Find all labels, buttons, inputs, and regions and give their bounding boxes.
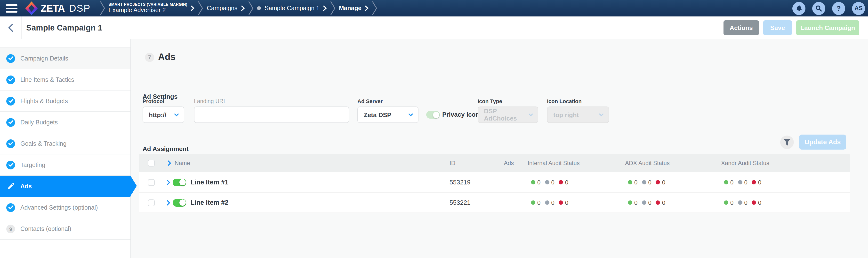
status-dot-pending (545, 200, 549, 205)
funnel-icon (784, 139, 790, 146)
breadcrumb-manage-label: Manage (339, 5, 362, 12)
chevron-right-icon (323, 5, 327, 11)
breadcrumb-manage[interactable]: Manage (339, 5, 369, 12)
campaign-steps-sidebar: Campaign Details Line Items & Tactics Fl… (0, 39, 131, 258)
status-dot-approved (531, 200, 535, 205)
chevron-right-icon (241, 5, 245, 11)
sidebar-item-contacts[interactable]: 9 Contacts (optional) (0, 218, 130, 239)
protocol-label: Protocol (143, 98, 164, 104)
protocol-select[interactable]: http:// (143, 107, 184, 123)
sidebar-item-label: Campaign Details (20, 55, 68, 62)
row-checkbox[interactable] (148, 179, 155, 186)
sidebar-item-label: Flights & Budgets (20, 98, 68, 104)
sidebar-item-label: Advanced Settings (optional) (20, 204, 98, 211)
breadcrumb-separator-icon (372, 1, 377, 15)
column-header-internal-audit[interactable]: Internal Audit Status (528, 160, 580, 167)
line-item-id: 553219 (450, 179, 471, 186)
expand-row-chevron-icon[interactable] (167, 200, 170, 206)
ad-assignment-heading: Ad Assignment (143, 145, 189, 152)
status-dot-pending (545, 180, 549, 184)
status-dot-rejected (559, 180, 563, 184)
select-all-checkbox[interactable] (148, 160, 155, 167)
status-dot-approved (724, 180, 728, 184)
column-header-name[interactable]: Name (175, 160, 190, 167)
actions-button[interactable]: Actions (723, 20, 759, 35)
chevron-right-icon (191, 5, 195, 11)
step-number-circle: 7 (145, 52, 154, 62)
column-header-adx-audit[interactable]: ADX Audit Status (625, 160, 670, 167)
breadcrumb-project-label: SMART PROJECTS (VARIABLE MARGIN) (108, 2, 187, 7)
landing-url-input[interactable] (194, 107, 349, 123)
breadcrumb-campaigns[interactable]: Campaigns (207, 5, 245, 12)
column-header-id[interactable]: ID (450, 160, 455, 167)
check-circle-icon (6, 139, 15, 148)
sidebar-item-campaign-details[interactable]: Campaign Details (0, 47, 130, 69)
check-circle-icon (6, 75, 15, 84)
pencil-icon (6, 183, 15, 190)
status-dot-rejected (752, 200, 756, 205)
status-dot-approved (628, 180, 632, 184)
top-nav-bar: ZETA DSP SMART PROJECTS (VARIABLE MARGIN… (0, 0, 868, 16)
chevron-down-icon (599, 113, 604, 116)
update-ads-button[interactable]: Update Ads (799, 135, 846, 150)
back-button[interactable] (0, 16, 22, 39)
line-item-name: Line Item #1 (191, 179, 228, 186)
sidebar-item-advanced-settings[interactable]: Advanced Settings (optional) (0, 197, 130, 218)
line-item-enabled-toggle[interactable] (173, 199, 186, 207)
icon-location-select: top right (547, 107, 609, 123)
status-dot-rejected (656, 200, 660, 205)
status-dot-rejected (656, 180, 660, 184)
icon-location-label: Icon Location (547, 98, 582, 104)
breadcrumb-campaigns-label: Campaigns (207, 5, 237, 12)
line-item-enabled-toggle[interactable] (173, 178, 186, 186)
sidebar-item-label: Daily Budgets (20, 119, 58, 125)
ad-assignment-table: Name ID Ads Internal Audit Status ADX Au… (139, 154, 850, 213)
status-dot-approved (531, 180, 535, 184)
user-avatar[interactable]: AS (852, 2, 865, 15)
breadcrumb-separator-icon (248, 1, 253, 15)
sidebar-item-label: Ads (20, 183, 32, 189)
launch-campaign-button[interactable]: Launch Campaign (796, 20, 859, 35)
filter-button[interactable] (780, 136, 794, 149)
check-circle-icon (6, 203, 15, 212)
help-button[interactable]: ? (832, 2, 845, 15)
search-button[interactable] (812, 2, 825, 15)
column-header-ads[interactable]: Ads (504, 160, 514, 167)
breadcrumb-separator-icon (330, 1, 336, 15)
app-window: ZETA DSP SMART PROJECTS (VARIABLE MARGIN… (0, 0, 868, 258)
breadcrumb-campaign[interactable]: Sample Campaign 1 (257, 5, 327, 12)
sidebar-item-daily-budgets[interactable]: Daily Budgets (0, 112, 130, 133)
sidebar-item-targeting[interactable]: Targeting (0, 154, 130, 176)
save-button[interactable]: Save (763, 20, 792, 35)
adx-audit-status: 0 0 0 (628, 179, 665, 186)
landing-url-label: Landing URL (194, 98, 226, 104)
zeta-dsp-logo[interactable]: ZETA DSP (25, 1, 90, 15)
hamburger-menu-icon[interactable] (6, 4, 18, 12)
sidebar-item-ads[interactable]: Ads (0, 176, 130, 197)
expand-all-chevron-icon[interactable] (168, 160, 171, 166)
column-header-xandr-audit[interactable]: Xandr Audit Status (721, 160, 769, 167)
expand-row-chevron-icon[interactable] (167, 179, 170, 185)
chevron-down-icon (408, 113, 413, 116)
breadcrumb-separator-icon (100, 1, 105, 15)
ad-server-select[interactable]: Zeta DSP (358, 107, 418, 123)
section-title: Ads (158, 52, 176, 63)
icon-type-label: Icon Type (478, 98, 502, 104)
status-dot-approved (628, 200, 632, 205)
step-number-badge: 9 (6, 224, 15, 233)
breadcrumb-separator-icon (198, 1, 204, 15)
zeta-diamond-icon (25, 1, 38, 15)
brand-dsp: DSP (69, 3, 90, 14)
privacy-icon-toggle[interactable] (426, 111, 440, 119)
breadcrumb-advertiser[interactable]: SMART PROJECTS (VARIABLE MARGIN) Example… (108, 2, 194, 14)
row-checkbox[interactable] (148, 199, 155, 206)
sidebar-item-line-items-tactics[interactable]: Line Items & Tactics (0, 69, 130, 90)
icon-location-value: top right (553, 111, 579, 118)
sidebar-item-flights-budgets[interactable]: Flights & Budgets (0, 90, 130, 112)
ad-settings-form: Protocol http:// Landing URL Ad Server Z… (143, 98, 868, 135)
internal-audit-status: 0 0 0 (531, 199, 568, 206)
status-dot-rejected (559, 200, 563, 205)
status-dot-rejected (752, 180, 756, 184)
sidebar-item-goals-tracking[interactable]: Goals & Tracking (0, 133, 130, 154)
notifications-button[interactable] (792, 2, 805, 15)
